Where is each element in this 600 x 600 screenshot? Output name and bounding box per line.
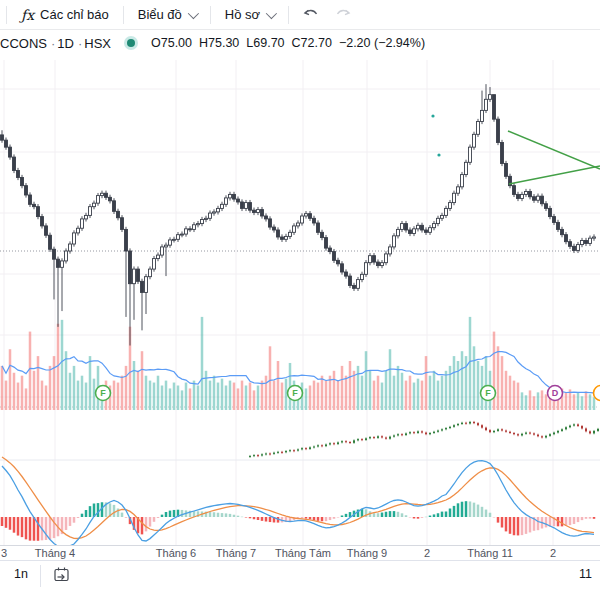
- candle: [465, 162, 468, 174]
- mini-candle: [289, 450, 291, 451]
- volume-bar: [273, 381, 276, 410]
- redo-button[interactable]: [327, 5, 359, 24]
- volume-bar: [589, 394, 592, 410]
- mini-candle: [513, 433, 515, 434]
- macd-hist-bar: [561, 517, 564, 526]
- macd-hist-bar: [253, 517, 256, 519]
- volume-bar: [245, 386, 248, 411]
- macd-hist-bar: [489, 513, 492, 517]
- goto-date-button[interactable]: [45, 561, 78, 589]
- time-axis[interactable]: 3Tháng 4Tháng 6Tháng 7Tháng TámTháng 92T…: [0, 545, 600, 561]
- undo-button[interactable]: [295, 5, 327, 24]
- volume-bar: [425, 356, 428, 410]
- legend-separator: ·: [78, 36, 82, 51]
- mini-candle: [493, 431, 495, 432]
- mini-candle: [429, 433, 431, 434]
- candle: [325, 238, 328, 249]
- charts-menu-label: Biểu đồ: [138, 7, 182, 22]
- candle: [365, 263, 368, 275]
- volume-bar: [477, 361, 480, 410]
- macd-hist-bar: [449, 509, 452, 517]
- volume-bar: [341, 366, 344, 410]
- mini-candle: [521, 434, 523, 436]
- candle: [201, 219, 204, 223]
- symbol-interval[interactable]: 1D: [57, 36, 74, 51]
- volume-bar: [509, 376, 512, 410]
- mini-candle: [549, 434, 551, 436]
- candle: [121, 218, 124, 230]
- macd-hist-bar: [457, 503, 460, 517]
- volume-bar: [21, 376, 24, 410]
- mini-candle: [561, 429, 563, 431]
- axis-label: Tháng 6: [156, 547, 196, 559]
- mini-candle: [433, 432, 435, 433]
- volume-bar: [501, 356, 504, 410]
- volume-bar: [381, 383, 384, 410]
- volume-bar: [89, 356, 92, 410]
- candle: [285, 236, 288, 239]
- volume-bar: [405, 381, 408, 410]
- symbol-title[interactable]: CCONS: [0, 36, 47, 51]
- mini-candle: [425, 433, 427, 435]
- mini-candle: [557, 431, 559, 433]
- candle: [477, 121, 480, 134]
- price-chart-svg[interactable]: FFFD: [0, 60, 600, 545]
- macd-hist-bar: [269, 517, 272, 522]
- macd-hist-bar: [81, 514, 84, 517]
- clock-label[interactable]: 11: [579, 567, 592, 581]
- candle: [277, 230, 280, 237]
- candle: [69, 244, 72, 251]
- indicators-button[interactable]: ƒx Các chỉ báo: [13, 3, 117, 27]
- candle: [97, 196, 100, 204]
- volume-bar: [593, 397, 596, 410]
- candle: [569, 242, 572, 247]
- macd-hist-bar: [257, 517, 260, 520]
- volume-bar: [229, 381, 232, 410]
- candle: [137, 269, 140, 281]
- mini-candle: [417, 431, 419, 433]
- candle: [129, 251, 132, 284]
- volume-bar: [169, 388, 172, 410]
- macd-hist-bar: [509, 517, 512, 534]
- candle: [281, 237, 284, 239]
- macd-hist-bar: [65, 517, 68, 530]
- volume-bar: [125, 366, 128, 410]
- macd-hist-bar: [173, 510, 176, 517]
- candle: [225, 198, 228, 204]
- candle: [505, 163, 508, 176]
- chart-canvas[interactable]: FFFD: [0, 60, 600, 545]
- macd-hist-bar: [497, 517, 500, 523]
- profile-menu-button[interactable]: Hồ sơ: [217, 3, 282, 26]
- macd-hist-bar: [313, 517, 316, 520]
- macd-hist-bar: [345, 514, 348, 517]
- volume-bar: [517, 383, 520, 410]
- mini-candle: [321, 445, 323, 446]
- volume-bar: [365, 351, 368, 410]
- mini-candle: [581, 426, 583, 428]
- mini-candle: [285, 451, 287, 452]
- svg-text:D: D: [552, 388, 559, 398]
- market-status-icon[interactable]: [127, 39, 135, 47]
- volume-bar: [581, 396, 584, 410]
- symbol-exchange[interactable]: HSX: [84, 36, 111, 51]
- macd-hist-bar: [385, 512, 388, 517]
- macd-hist-bar: [113, 505, 116, 517]
- volume-bar: [453, 356, 456, 410]
- candle: [193, 225, 196, 230]
- volume-bar: [413, 383, 416, 410]
- candle: [313, 218, 316, 223]
- candle: [301, 216, 304, 223]
- candle: [473, 134, 476, 147]
- candles-layer: [1, 84, 596, 345]
- symbol-legend: CCONS · 1D · HSX O75.00 H75.30 L69.70 C7…: [0, 30, 600, 56]
- volume-bar: [389, 349, 392, 410]
- volume-bar: [53, 356, 56, 410]
- candle: [205, 218, 208, 219]
- mini-candle: [345, 441, 347, 442]
- mini-candle: [301, 448, 303, 449]
- charts-menu-button[interactable]: Biểu đồ: [130, 3, 204, 26]
- macd-hist-bar: [1, 517, 4, 526]
- trendlines-layer[interactable]: [431, 114, 600, 184]
- interval-button[interactable]: 1n: [0, 561, 38, 585]
- candle: [561, 229, 564, 234]
